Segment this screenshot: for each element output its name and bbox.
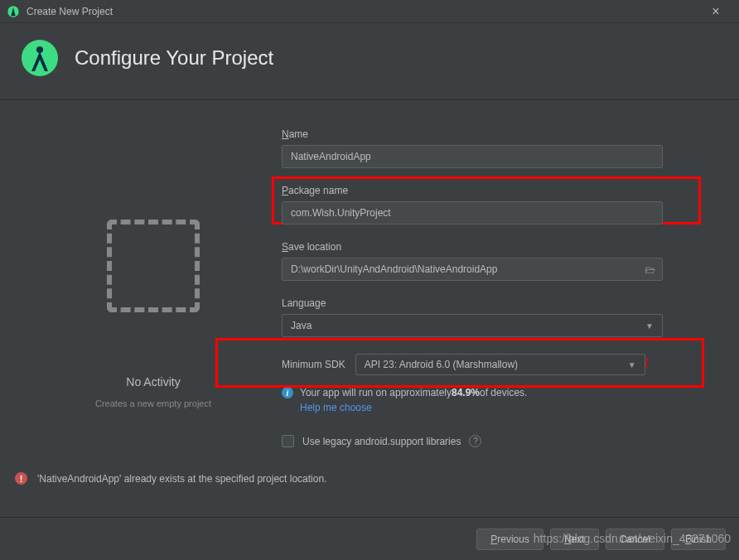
error-icon: ! — [15, 472, 27, 485]
save-location-field: Save location D:\workDir\UnityAndAndroid… — [282, 241, 714, 281]
form-panel: 与Unity中保持一致 与Unity中保持一致 Name NativeAndro… — [282, 128, 714, 447]
chevron-down-icon: ▼ — [645, 321, 654, 331]
legacy-libs-row: Use legacy android.support libraries ? — [282, 435, 714, 447]
save-location-input[interactable]: D:\workDir\UnityAndAndroid\NativeAndroid… — [282, 258, 663, 281]
page-title: Configure Your Project — [75, 46, 273, 70]
min-sdk-row: Minimum SDK API 23: Android 6.0 (Marshma… — [282, 354, 714, 375]
info-percent: 84.9% — [452, 387, 480, 398]
language-field: Language Java ▼ — [282, 297, 714, 337]
template-preview-placeholder — [107, 220, 200, 312]
help-icon[interactable]: ? — [469, 435, 481, 447]
name-field: Name NativeAndroidApp — [282, 128, 714, 168]
content-area: No Activity Creates a new empty project … — [0, 100, 739, 447]
window-title: Create New Project — [27, 6, 113, 17]
android-studio-icon — [7, 5, 20, 18]
min-sdk-label: Minimum SDK — [282, 359, 345, 370]
template-name: No Activity — [126, 375, 180, 389]
name-input[interactable]: NativeAndroidApp — [282, 145, 663, 168]
save-location-label: Save location — [282, 241, 714, 253]
watermark-text: https://blog.csdn.net/weixin_43271060 — [534, 532, 731, 545]
sdk-coverage-info: i Your app will run on approximately 84.… — [282, 387, 714, 398]
close-icon[interactable]: × — [699, 0, 732, 23]
titlebar: Create New Project × — [0, 0, 739, 23]
error-message-row: ! 'NativeAndroidApp' already exists at t… — [15, 472, 326, 485]
template-description: Creates a new empty project — [95, 398, 211, 408]
info-suffix: of devices. — [480, 387, 527, 398]
min-sdk-select[interactable]: API 23: Android 6.0 (Marshmallow) ▼ — [355, 354, 645, 375]
package-name-input[interactable]: com.Wish.UnityProject — [282, 201, 663, 224]
legacy-libs-label: Use legacy android.support libraries — [302, 436, 461, 447]
package-name-field: Package name com.Wish.UnityProject — [282, 185, 714, 224]
legacy-libs-checkbox[interactable] — [282, 435, 294, 447]
template-preview-panel: No Activity Creates a new empty project — [25, 128, 282, 447]
name-label: Name — [282, 128, 714, 140]
android-logo-icon — [20, 38, 60, 78]
info-icon: i — [282, 387, 293, 398]
error-message-text: 'NativeAndroidApp' already exists at the… — [37, 473, 326, 485]
language-select[interactable]: Java ▼ — [282, 314, 663, 337]
browse-folder-icon[interactable]: 🗁 — [645, 263, 655, 276]
language-label: Language — [282, 297, 714, 309]
wizard-header: Configure Your Project — [0, 23, 739, 100]
help-me-choose-link[interactable]: Help me choose — [300, 402, 714, 413]
package-name-label: Package name — [282, 185, 714, 196]
chevron-down-icon: ▼ — [628, 360, 636, 369]
info-prefix: Your app will run on approximately — [300, 387, 452, 398]
